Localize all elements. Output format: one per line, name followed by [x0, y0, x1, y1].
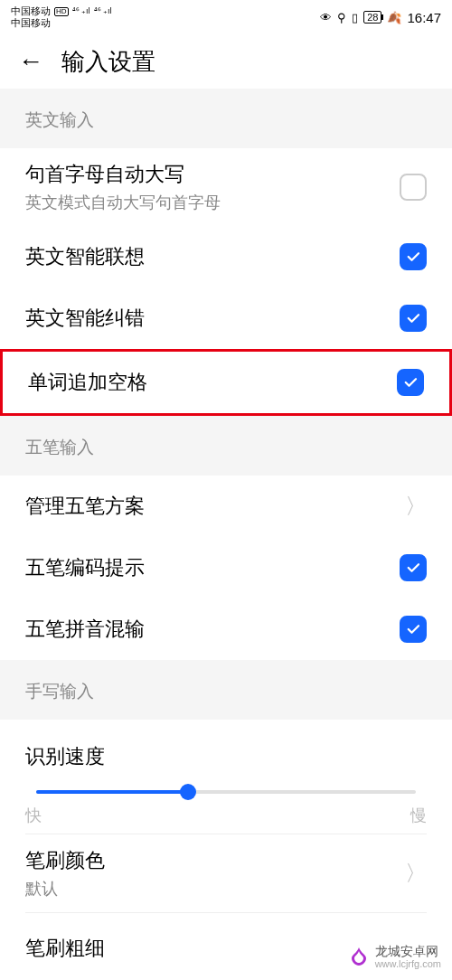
watermark-cn: 龙城安卓网: [375, 945, 441, 958]
leaf-icon: 🍂: [387, 11, 401, 24]
eye-icon: 👁: [320, 11, 332, 24]
row-auto-capitalize[interactable]: 句首字母自动大写 英文模式自动大写句首字母: [0, 148, 452, 226]
bluetooth-icon: ⚲: [337, 11, 346, 24]
checkbox-code-hint[interactable]: [400, 554, 427, 581]
watermark-logo-icon: [348, 946, 370, 967]
page-header: ← 输入设置: [0, 34, 452, 89]
watermark-en: www.lcjrfg.com: [375, 958, 441, 969]
checkbox-smart-prediction[interactable]: [400, 243, 427, 270]
brush-color-title: 笔刷颜色: [25, 847, 405, 874]
chevron-right-icon: 〉: [405, 492, 427, 521]
row-code-hint[interactable]: 五笔编码提示: [0, 537, 452, 598]
section-handwriting-header: 手写输入: [0, 660, 452, 720]
watermark: 龙城安卓网 www.lcjrfg.com: [348, 945, 441, 969]
section-wubi-header: 五笔输入: [0, 416, 452, 476]
page-title: 输入设置: [61, 46, 155, 78]
brush-thickness-label: 笔刷粗细: [25, 935, 105, 962]
row-smart-correction[interactable]: 英文智能纠错: [0, 287, 452, 349]
slider-label-slow: 慢: [410, 805, 427, 826]
carrier-2: 中国移动: [11, 18, 112, 28]
status-right: 👁 ⚲ ▯ 28 🍂 16:47: [320, 10, 441, 25]
row-manage-scheme[interactable]: 管理五笔方案 〉: [0, 476, 452, 537]
manage-scheme-label: 管理五笔方案: [25, 493, 145, 520]
brush-color-value: 默认: [25, 878, 405, 900]
recognition-speed-label: 识别速度: [25, 743, 105, 770]
checkbox-add-space[interactable]: [397, 369, 424, 396]
slider-label-fast: 快: [25, 805, 42, 826]
recognition-speed-slider[interactable]: [0, 781, 452, 794]
status-bar: 中国移动 HD ⁴⁶ ₊ıl ⁴⁶ ₊ıl 中国移动 👁 ⚲ ▯ 28 🍂 16…: [0, 0, 452, 34]
row-smart-prediction[interactable]: 英文智能联想: [0, 226, 452, 287]
auto-capitalize-subtitle: 英文模式自动大写句首字母: [25, 192, 400, 213]
carrier-1: 中国移动: [11, 6, 51, 16]
battery-indicator: 28: [363, 11, 381, 24]
smart-prediction-label: 英文智能联想: [25, 243, 145, 270]
highlight-add-space: 单词追加空格: [0, 349, 452, 416]
status-left: 中国移动 HD ⁴⁶ ₊ıl ⁴⁶ ₊ıl 中国移动: [11, 6, 112, 28]
pinyin-mix-label: 五笔拼音混输: [25, 616, 145, 643]
add-space-label: 单词追加空格: [28, 369, 147, 396]
row-brush-color[interactable]: 笔刷颜色 默认 〉: [0, 834, 452, 912]
hd-badge: HD: [54, 7, 69, 16]
back-arrow-icon[interactable]: ←: [18, 47, 43, 76]
auto-capitalize-title: 句首字母自动大写: [25, 161, 400, 188]
checkbox-pinyin-mix[interactable]: [400, 616, 427, 643]
row-pinyin-mix[interactable]: 五笔拼音混输: [0, 598, 452, 660]
section-english-header: 英文输入: [0, 89, 452, 148]
chevron-right-icon: 〉: [405, 859, 427, 888]
vibrate-icon: ▯: [352, 11, 358, 24]
row-add-space[interactable]: 单词追加空格: [3, 352, 449, 413]
code-hint-label: 五笔编码提示: [25, 554, 145, 581]
row-recognition-speed: 识别速度: [0, 720, 452, 781]
clock: 16:47: [407, 10, 441, 25]
smart-correction-label: 英文智能纠错: [25, 305, 145, 332]
checkbox-smart-correction[interactable]: [400, 305, 427, 332]
checkbox-auto-capitalize[interactable]: [400, 174, 427, 201]
